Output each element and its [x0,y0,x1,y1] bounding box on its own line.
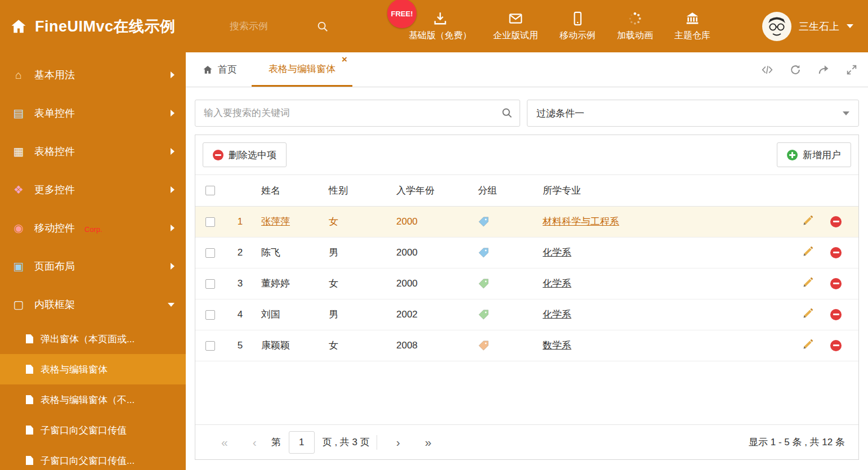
sidebar-subitem-child-to-parent[interactable]: 子窗口向父窗口传值 [0,415,186,445]
sidebar-item-label: 页面布局 [34,259,75,273]
sidebar-item-form-controls[interactable]: ▤ 表单控件 [0,94,186,132]
next-page-button[interactable]: › [384,436,413,449]
header-index [225,175,256,206]
student-gender: 男 [323,299,391,330]
sidebar-item-page-layout[interactable]: ▣ 页面布局 [0,247,186,285]
row-checkbox[interactable] [205,217,215,227]
edit-icon[interactable] [802,214,814,229]
nav-label: 主题仓库 [674,30,710,42]
enroll-year: 2000 [391,206,472,237]
major-link[interactable]: 材料科学与工程系 [543,216,619,227]
row-index: 4 [225,299,256,330]
chevron-right-icon [171,71,175,78]
sidebar-item-more-controls[interactable]: ❖ 更多控件 [0,171,186,209]
table-header-row: 姓名 性别 入学年份 分组 所学专业 [195,175,858,206]
table-row[interactable]: 4 刘国 男 2002 化学系 [195,299,858,330]
divider [377,435,377,450]
nav-label: 企业版试用 [493,30,538,42]
file-icon [26,365,33,374]
edit-icon[interactable] [802,307,814,322]
enroll-year: 2002 [391,299,472,330]
nav-item-loading-animation[interactable]: 加载动画 [617,11,653,42]
sidebar-item-label: 表格控件 [34,145,75,158]
topbar: FineUIMvc在线示例 FREE! 基础版（免费） 企业版试用 移动示例 [0,0,868,52]
tabbar: 首页 表格与编辑窗体 × [186,52,868,87]
student-name: 康颖颖 [261,340,290,351]
student-gender: 女 [323,268,391,299]
sidebar-item-grid-controls[interactable]: ▦ 表格控件 [0,132,186,171]
top-search-input[interactable] [230,21,308,32]
table-row[interactable]: 5 康颖颖 女 2008 数学系 [195,330,858,361]
envelope-icon [508,11,523,26]
sidebar-subitem-grid-edit-window[interactable]: 表格与编辑窗体 [0,354,186,384]
tab-home[interactable]: 首页 [196,52,244,87]
avatar [762,12,791,41]
delete-icon[interactable] [830,278,842,289]
major-link[interactable]: 化学系 [543,309,571,320]
file-icon [26,395,33,404]
tag-icon [478,216,489,227]
sidebar: ⌂ 基本用法 ▤ 表单控件 ▦ 表格控件 ❖ 更多控件 ◉ 移动控件 Corp.… [0,52,186,470]
keyword-search [195,100,520,127]
add-user-button[interactable]: 新增用户 [777,142,851,167]
nav-item-basic-edition[interactable]: 基础版（免费） [409,11,472,42]
sidebar-subitem-child-to-parent-2[interactable]: 子窗口向父窗口传值... [0,445,186,470]
enroll-year: 2000 [391,237,472,268]
table-row[interactable]: 3 董婷婷 女 2000 化学系 [195,268,858,299]
chevron-right-icon [171,110,175,117]
brand[interactable]: FineUIMvc在线示例 [0,16,230,37]
file-icon [26,456,33,465]
sidebar-subitem-grid-edit-window-2[interactable]: 表格与编辑窗体（不... [0,384,186,415]
delete-icon[interactable] [830,247,842,258]
page-number-input[interactable] [289,431,315,454]
bank-icon [685,11,700,26]
tab-grid-edit-window[interactable]: 表格与编辑窗体 × [252,52,352,87]
plus-icon [787,150,798,160]
sidebar-item-mobile-controls[interactable]: ◉ 移动控件 Corp. [0,209,186,247]
nav-item-enterprise-trial[interactable]: 企业版试用 [493,11,538,42]
row-checkbox[interactable] [205,341,215,351]
edit-icon[interactable] [802,245,814,260]
nav-item-theme-store[interactable]: 主题仓库 [674,11,710,42]
delete-icon[interactable] [830,340,842,351]
source-code-icon[interactable] [761,64,773,76]
first-page-button[interactable]: « [209,436,240,449]
expand-icon[interactable] [845,64,858,76]
enroll-year: 2008 [391,330,472,361]
sidebar-item-basic-usage[interactable]: ⌂ 基本用法 [0,56,186,94]
major-link[interactable]: 化学系 [543,278,571,289]
close-icon[interactable]: × [342,55,347,64]
refresh-icon[interactable] [789,64,802,76]
row-checkbox[interactable] [205,248,215,258]
sidebar-item-label: 更多控件 [34,183,75,196]
edit-icon[interactable] [802,338,814,353]
keyword-search-input[interactable] [195,100,520,127]
prev-page-button[interactable]: ‹ [240,436,269,449]
share-icon[interactable] [817,64,830,76]
row-checkbox[interactable] [205,279,215,289]
user-menu[interactable]: 三生石上 [762,12,853,41]
sidebar-item-iframe[interactable]: ▢ 内联框架 [0,285,186,324]
header-gender: 性别 [323,175,391,206]
row-checkbox[interactable] [205,310,215,320]
free-badge: FREE! [387,0,417,28]
delete-selected-button[interactable]: 删除选中项 [203,142,287,167]
edit-icon[interactable] [802,276,814,291]
last-page-button[interactable]: » [413,436,444,449]
search-icon[interactable] [501,107,513,119]
major-link[interactable]: 数学系 [543,340,571,351]
select-all-checkbox[interactable] [205,186,215,195]
delete-icon[interactable] [830,216,842,227]
filter-dropdown[interactable]: 过滤条件一 [527,100,859,127]
nav-item-mobile-demo[interactable]: 移动示例 [560,11,596,42]
grid-toolbar: 删除选中项 新增用户 [195,135,858,175]
sidebar-subitem-popup-window[interactable]: 弹出窗体（本页面或... [0,324,186,354]
delete-icon[interactable] [830,309,842,320]
table-row[interactable]: 1 张萍萍 女 2000 材料科学与工程系 [195,206,858,237]
major-link[interactable]: 化学系 [543,247,571,258]
table-row[interactable]: 2 陈飞 男 2000 化学系 [195,237,858,268]
chevron-right-icon [171,148,175,155]
chevron-down-icon [843,111,849,115]
sidebar-item-label: 基本用法 [34,68,75,82]
search-icon[interactable] [316,20,329,33]
